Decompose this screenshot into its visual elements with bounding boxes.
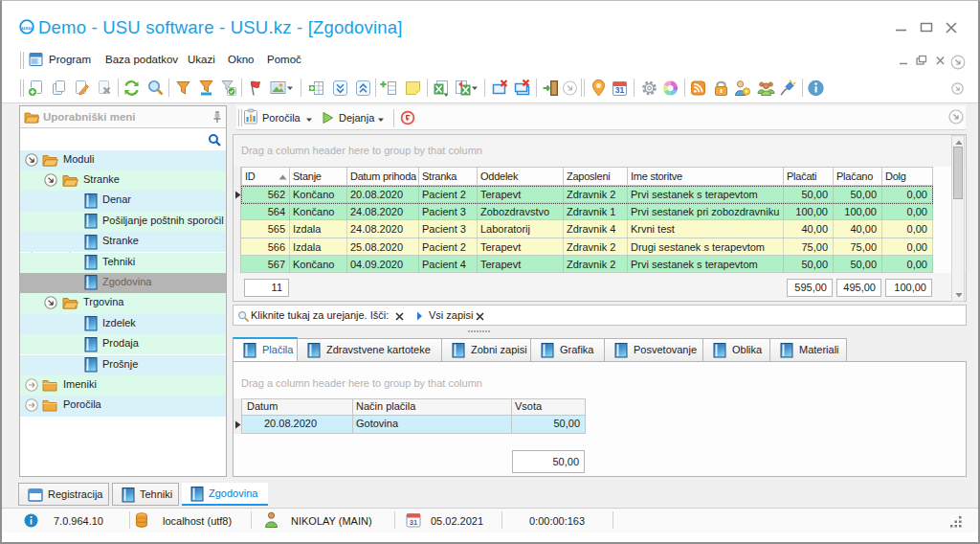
svg-text:31: 31 bbox=[615, 85, 625, 95]
svg-text:31: 31 bbox=[410, 518, 417, 527]
svg-text:usu: usu bbox=[21, 24, 32, 31]
